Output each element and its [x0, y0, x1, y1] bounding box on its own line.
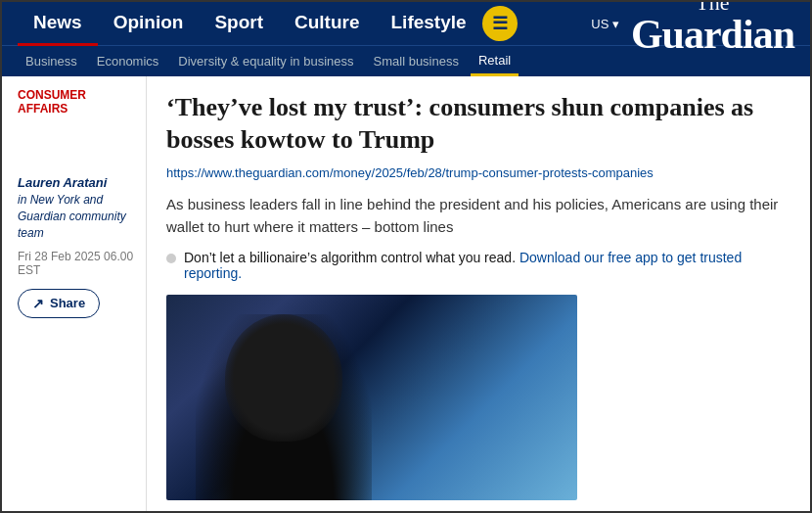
- nav-lifestyle[interactable]: Lifestyle: [376, 2, 482, 46]
- publish-date: Fri 28 Feb 2025 06.00 EST: [18, 250, 134, 277]
- nav-culture[interactable]: Culture: [279, 2, 376, 46]
- subnav-diversity[interactable]: Diversity & equality in business: [170, 46, 361, 76]
- top-navigation: News Opinion Sport Culture Lifestyle ☰ U…: [2, 2, 810, 45]
- article-url[interactable]: https://www.theguardian.com/money/2025/f…: [166, 165, 790, 180]
- promo-box: Don’t let a billionaire’s algorithm cont…: [166, 250, 790, 281]
- nav-opinion[interactable]: Opinion: [98, 2, 200, 46]
- header-right: US ▾ The Guardian: [591, 0, 794, 55]
- nav-links: News Opinion Sport Culture Lifestyle ☰: [18, 2, 518, 46]
- image-silhouette: [196, 314, 372, 500]
- subnav-retail[interactable]: Retail: [471, 46, 519, 76]
- guardian-logo: The Guardian: [631, 0, 794, 55]
- subnav-economics[interactable]: Economics: [89, 46, 167, 76]
- logo-guardian: Guardian: [631, 14, 794, 55]
- region-selector[interactable]: US ▾: [591, 17, 619, 31]
- sidebar: Consumer affairs Lauren Aratani in New Y…: [2, 76, 147, 513]
- article-standfirst: As business leaders fall in line behind …: [166, 194, 790, 238]
- author-role: in New York and Guardian community team: [18, 192, 134, 241]
- article-image: [166, 295, 577, 500]
- subnav-small-business[interactable]: Small business: [366, 46, 467, 76]
- promo-text: Don’t let a billionaire’s algorithm cont…: [184, 250, 790, 281]
- main-content: Consumer affairs Lauren Aratani in New Y…: [2, 76, 810, 513]
- nav-sport[interactable]: Sport: [199, 2, 279, 46]
- article-tag[interactable]: Consumer affairs: [18, 88, 134, 116]
- share-label: Share: [50, 296, 85, 310]
- promo-static-text: Don’t let a billionaire’s algorithm cont…: [184, 250, 516, 265]
- menu-icon: ☰: [492, 13, 508, 34]
- share-icon: ↗: [32, 296, 44, 311]
- author-section: Lauren Aratani in New York and Guardian …: [18, 174, 134, 318]
- article-area: ‘They’ve lost my trust’: consumers shun …: [147, 76, 810, 513]
- nav-news[interactable]: News: [18, 2, 98, 46]
- promo-dot-icon: [166, 254, 176, 263]
- subnav-business[interactable]: Business: [18, 46, 85, 76]
- article-headline: ‘They’ve lost my trust’: consumers shun …: [166, 92, 790, 156]
- share-button[interactable]: ↗ Share: [18, 289, 100, 318]
- menu-button[interactable]: ☰: [482, 6, 518, 41]
- author-name: Lauren Aratani: [18, 174, 134, 192]
